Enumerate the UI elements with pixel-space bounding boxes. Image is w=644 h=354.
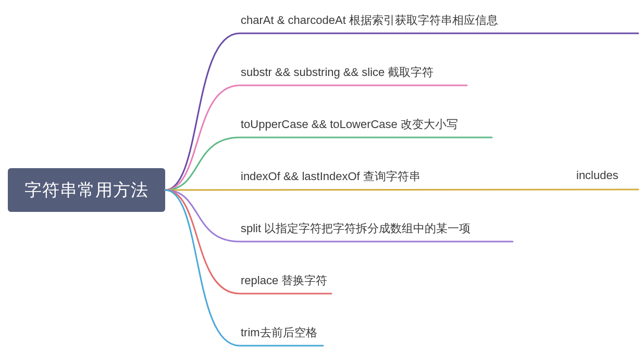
branch-label-4: split 以指定字符把字符拆分成数组中的某一项 — [241, 221, 470, 236]
branch-connector-6 — [165, 190, 323, 346]
branch-label-6: trim去前后空格 — [241, 325, 317, 340]
branch-label-0: charAt & charcodeAt 根据索引获取字符串相应信息 — [241, 12, 498, 28]
branch-connector-0 — [165, 33, 638, 190]
branch-label-2: toUpperCase && toLowerCase 改变大小写 — [241, 117, 458, 132]
mindmap-root-node: 字符串常用方法 — [8, 168, 165, 212]
branch-sub-label-3: includes — [576, 169, 618, 182]
branch-label-1: substr && substring && slice 截取字符 — [241, 65, 434, 80]
branch-label-3: indexOf && lastIndexOf 查询字符串 — [241, 169, 420, 184]
root-title: 字符串常用方法 — [24, 179, 148, 202]
branch-label-5: replace 替换字符 — [241, 273, 327, 288]
branch-connector-3 — [165, 189, 638, 190]
